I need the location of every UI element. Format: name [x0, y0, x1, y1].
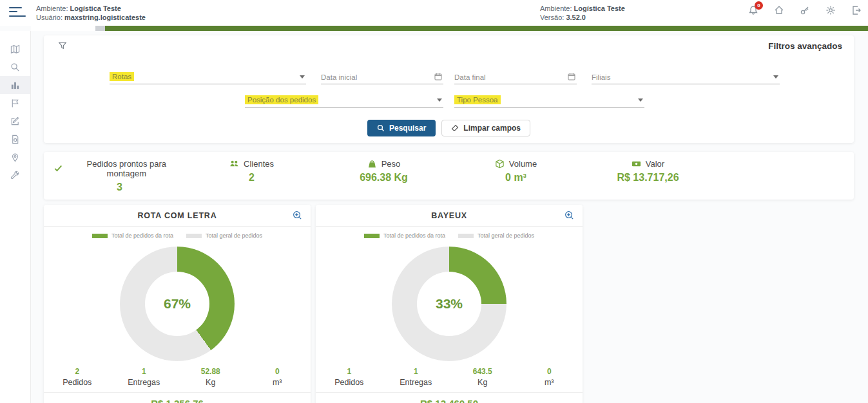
legend-label: Total de pedidos da rota — [383, 232, 445, 239]
rotas-label: Rotas — [110, 72, 134, 81]
ambiente-value: Logística Teste — [70, 5, 121, 12]
summary-label: Peso — [381, 159, 401, 169]
sidebar-item-edit[interactable] — [0, 112, 30, 130]
key-icon[interactable] — [800, 5, 810, 15]
stat-m3: 0m³ — [244, 367, 311, 387]
stat-entregas: 1Entregas — [111, 367, 178, 387]
sidebar-item-search[interactable] — [0, 58, 30, 76]
route-card-bayeux: BAYEUX Total de pedidos da rota Total ge… — [316, 205, 583, 403]
summary-item-pedidos: Pedidos prontos para montagem 3 — [53, 159, 186, 193]
data-inicial-input[interactable]: Data inicial — [321, 69, 443, 84]
rotas-select[interactable]: Rotas — [110, 69, 306, 84]
summary-item-valor: Valor R$ 13.717,26 — [582, 159, 714, 193]
summary-label: Volume — [509, 159, 537, 169]
calendar-icon[interactable] — [568, 73, 575, 80]
chevron-down-icon — [437, 98, 442, 102]
volume-icon — [495, 159, 505, 169]
summary-item-clientes: Clientes 2 — [186, 159, 318, 193]
donut-chart: 33% — [392, 247, 506, 361]
chart-icon — [10, 80, 20, 90]
route-card-title: BAYEUX — [316, 205, 583, 227]
gear-icon[interactable] — [825, 5, 836, 15]
sidebar-item-map[interactable] — [0, 40, 30, 58]
versao-label: Versão: — [540, 14, 564, 21]
route-stats: 1Pedidos 1Entregas 643.5Kg 0m³ — [316, 367, 583, 393]
stat-kg: 52.88Kg — [177, 367, 244, 387]
summary-value: 3 — [53, 182, 186, 193]
filters-card: Filtros avançados Rotas Data inicial Dat… — [44, 35, 854, 143]
calendar-icon[interactable] — [434, 73, 442, 80]
data-inicial-label: Data inicial — [321, 73, 357, 81]
summary-value: R$ 13.717,26 — [582, 172, 714, 183]
route-total-value: R$ 1.256,76 — [44, 393, 311, 403]
sidebar-item-pin[interactable] — [0, 148, 30, 166]
tipo-pessoa-select[interactable]: Tipo Pessoa — [454, 92, 644, 108]
zoom-in-icon[interactable] — [564, 211, 574, 220]
edit-icon — [10, 117, 20, 126]
home-icon[interactable] — [774, 5, 784, 15]
filters-title: Filtros avançados — [768, 41, 842, 51]
posicao-pedidos-select[interactable]: Posição dos pedidos — [245, 92, 443, 108]
stat-m3: 0m³ — [516, 367, 583, 387]
money-icon — [632, 159, 641, 169]
donut-percent: 67% — [164, 296, 191, 312]
data-final-label: Data final — [454, 73, 486, 81]
zoom-in-icon[interactable] — [293, 211, 302, 220]
versao-value: 3.52.0 — [566, 14, 586, 21]
exit-icon[interactable] — [851, 5, 862, 15]
tab-indicator — [95, 26, 105, 31]
legend-swatch-green — [92, 234, 108, 238]
search-icon — [10, 62, 20, 72]
filter-funnel-icon[interactable] — [58, 41, 67, 50]
filter-buttons: Pesquisar Limpar campos — [44, 120, 854, 136]
route-total-value: R$ 12.460,50 — [316, 393, 583, 403]
legend-label: Total de pedidos da rota — [111, 232, 173, 239]
ambiente2-value: Logística Teste — [574, 5, 625, 12]
environment-user-info: Ambiente: Logística Teste Usuário: maxst… — [36, 4, 146, 22]
menu-toggle-icon[interactable] — [9, 7, 26, 19]
search-icon — [377, 124, 385, 132]
summary-card: Pedidos prontos para montagem 3 Clientes… — [44, 152, 854, 200]
summary-value: 0 m³ — [450, 172, 582, 183]
eraser-icon — [451, 124, 459, 132]
check-icon — [53, 164, 63, 173]
map-icon — [10, 44, 20, 54]
chevron-down-icon — [773, 75, 778, 79]
stat-pedidos: 2Pedidos — [44, 367, 111, 387]
data-final-input[interactable]: Data final — [454, 69, 577, 84]
bell-icon[interactable]: 0 — [748, 5, 758, 15]
summary-item-volume: Volume 0 m³ — [450, 159, 582, 193]
limpar-campos-button[interactable]: Limpar campos — [441, 120, 530, 136]
legend-label: Total geral de pedidos — [477, 232, 534, 239]
summary-label: Pedidos prontos para montagem — [68, 159, 186, 178]
weight-icon — [367, 159, 377, 169]
sidebar — [0, 31, 31, 403]
stat-kg: 643.5Kg — [449, 367, 516, 387]
legend-swatch-gray — [186, 234, 202, 238]
ambiente2-label: Ambiente: — [540, 5, 572, 12]
chart-legend: Total de pedidos da rota Total geral de … — [44, 232, 311, 239]
sidebar-item-routes[interactable] — [0, 94, 30, 112]
stat-pedidos: 1Pedidos — [316, 367, 383, 387]
usuario-value: maxstring.logisticateste — [64, 14, 146, 21]
sidebar-item-tools[interactable] — [0, 166, 30, 184]
summary-value: 696.38 Kg — [318, 172, 450, 183]
summary-label: Clientes — [244, 159, 274, 169]
chevron-down-icon — [300, 75, 305, 79]
sidebar-item-dashboard[interactable] — [0, 76, 30, 94]
usuario-label: Usuário: — [36, 14, 63, 21]
route-stats: 2Pedidos 1Entregas 52.88Kg 0m³ — [44, 367, 311, 393]
pesquisar-button[interactable]: Pesquisar — [367, 120, 436, 136]
sidebar-item-document[interactable] — [0, 130, 30, 148]
posicao-pedidos-label: Posição dos pedidos — [245, 95, 318, 104]
summary-value: 2 — [186, 172, 318, 183]
ambiente-label: Ambiente: — [36, 5, 68, 12]
green-accent-bar — [105, 26, 868, 31]
summary-label: Valor — [646, 159, 664, 169]
chevron-down-icon — [638, 98, 643, 102]
filiais-select[interactable]: Filiais — [592, 69, 780, 84]
filiais-label: Filiais — [592, 73, 610, 81]
environment-version-info: Ambiente: Logística Teste Versão: 3.52.0 — [540, 4, 625, 22]
tools-icon — [10, 171, 20, 180]
donut-chart: 67% — [120, 247, 235, 361]
